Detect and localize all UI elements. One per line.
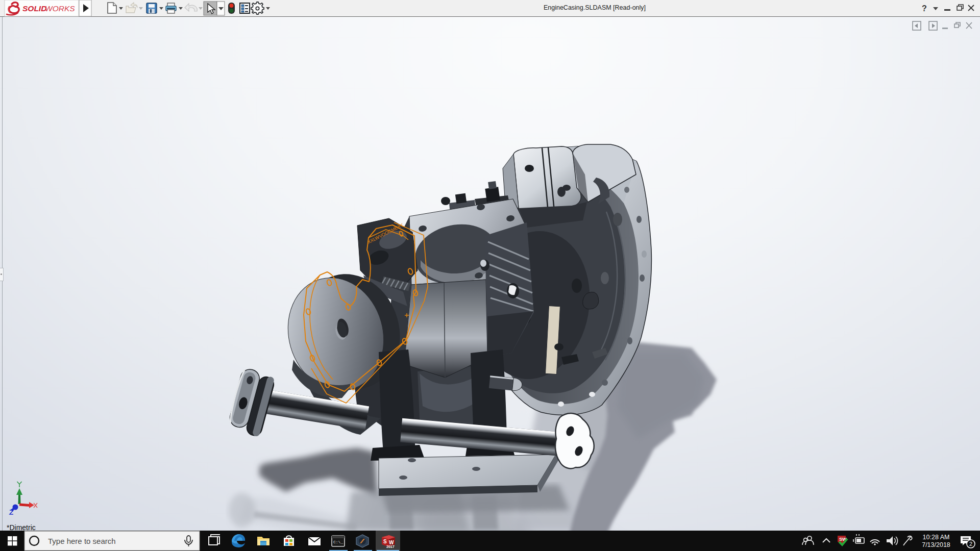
svg-text:10:28 AM: 10:28 AM (923, 534, 950, 541)
svg-text:7/13/2018: 7/13/2018 (922, 541, 950, 548)
svg-text:WORKS: WORKS (45, 4, 75, 13)
svg-text:Type here to search: Type here to search (48, 537, 116, 545)
svg-text:S: S (383, 539, 387, 544)
svg-text:C:\_: C:\_ (333, 540, 343, 544)
svg-text:2017: 2017 (386, 545, 395, 548)
svg-text:SOLID: SOLID (22, 4, 46, 13)
svg-text:2: 2 (969, 541, 972, 547)
